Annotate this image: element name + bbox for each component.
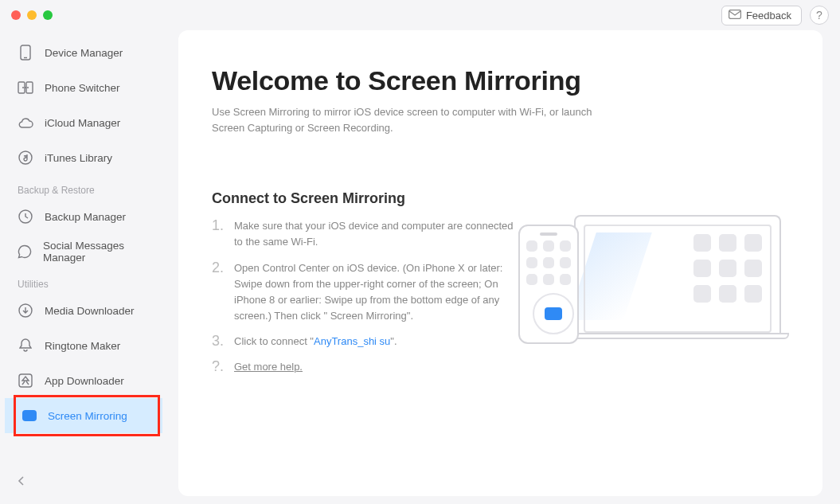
mail-icon — [729, 10, 741, 21]
magnify-graphic — [533, 293, 574, 334]
window-titlebar: Feedback ? — [0, 0, 840, 30]
sidebar-item-icloud-manager[interactable]: iCloud Manager — [0, 105, 167, 140]
window-controls — [11, 10, 53, 20]
main-panel: Welcome to Screen Mirroring Use Screen M… — [178, 30, 822, 496]
feedback-label: Feedback — [746, 10, 791, 21]
sidebar-item-label: iCloud Manager — [45, 117, 120, 129]
sidebar-item-label: Phone Switcher — [45, 82, 120, 94]
step-number: 3. — [212, 334, 223, 350]
sidebar-heading-utilities: Utilities — [0, 271, 167, 293]
sidebar-item-screen-mirroring[interactable]: Screen Mirroring — [5, 398, 162, 433]
screen-mirroring-icon — [22, 410, 37, 421]
sidebar-item-social-messages-manager[interactable]: Social Messages Manager — [0, 234, 167, 269]
sidebar-item-app-downloader[interactable]: App Downloader — [0, 363, 167, 398]
bell-icon — [18, 338, 33, 354]
apps-icon — [18, 373, 33, 389]
sidebar-item-label: Media Downloader — [45, 305, 135, 317]
page-subtitle: Use Screen Mirroring to mirror iOS devic… — [212, 104, 626, 136]
sidebar-item-label: Backup Manager — [45, 211, 126, 223]
step-number: 1. — [212, 218, 223, 250]
steps-list: 1. Make sure that your iOS device and co… — [212, 218, 522, 375]
step-text: Open Control Center on iOS device. (On i… — [234, 260, 522, 325]
sidebar-item-ringtone-maker[interactable]: Ringtone Maker — [0, 328, 167, 363]
sidebar-item-phone-switcher[interactable]: Phone Switcher — [0, 70, 167, 105]
sidebar-item-label: Device Manager — [45, 47, 123, 59]
sidebar-item-itunes-library[interactable]: iTunes Library — [0, 140, 167, 175]
page-title: Welcome to Screen Mirroring — [212, 65, 789, 96]
step-number: 2. — [212, 260, 223, 325]
history-icon — [18, 209, 33, 225]
svg-rect-0 — [729, 10, 741, 18]
step-2: 2. Open Control Center on iOS device. (O… — [212, 260, 522, 325]
step-text-suffix: ". — [390, 335, 397, 347]
chat-icon — [18, 244, 32, 260]
music-note-icon — [18, 150, 33, 166]
sidebar-item-label: Ringtone Maker — [45, 340, 120, 352]
phone-icon — [18, 45, 33, 61]
close-window-button[interactable] — [11, 10, 21, 20]
device-link[interactable]: AnyTrans_shi su — [314, 335, 390, 347]
section-heading: Connect to Screen Mirroring — [212, 190, 789, 207]
step-text-prefix: Click to connect " — [234, 335, 314, 347]
step-text: Click to connect "AnyTrans_shi su". — [234, 334, 397, 350]
download-icon — [18, 303, 33, 318]
help-row: ?. Get more help. — [212, 359, 522, 375]
feedback-button[interactable]: Feedback — [721, 6, 802, 25]
sidebar-item-label: iTunes Library — [45, 152, 112, 164]
step-number: ?. — [212, 359, 223, 375]
get-more-help-link[interactable]: Get more help. — [234, 361, 303, 373]
collapse-sidebar-button[interactable] — [18, 475, 25, 490]
maximize-window-button[interactable] — [43, 10, 53, 20]
sidebar: Device Manager Phone Switcher iCloud Man… — [0, 30, 167, 504]
sidebar-item-device-manager[interactable]: Device Manager — [0, 35, 167, 70]
illustration — [574, 215, 789, 339]
sidebar-item-backup-manager[interactable]: Backup Manager — [0, 199, 167, 234]
sidebar-item-media-downloader[interactable]: Media Downloader — [0, 293, 167, 328]
sidebar-heading-backup-restore: Backup & Restore — [0, 177, 167, 199]
minimize-window-button[interactable] — [27, 10, 37, 20]
phone-switch-icon — [18, 80, 33, 96]
step-3: 3. Click to connect "AnyTrans_shi su". — [212, 334, 522, 350]
step-1: 1. Make sure that your iOS device and co… — [212, 218, 522, 250]
sidebar-item-label: App Downloader — [45, 375, 124, 387]
sidebar-item-label: Screen Mirroring — [48, 410, 127, 422]
cloud-icon — [18, 115, 33, 131]
laptop-graphic — [574, 215, 781, 333]
step-text: Make sure that your iOS device and compu… — [234, 218, 522, 250]
help-button[interactable]: ? — [810, 6, 829, 25]
question-icon: ? — [816, 9, 822, 21]
sidebar-item-label: Social Messages Manager — [43, 240, 150, 264]
